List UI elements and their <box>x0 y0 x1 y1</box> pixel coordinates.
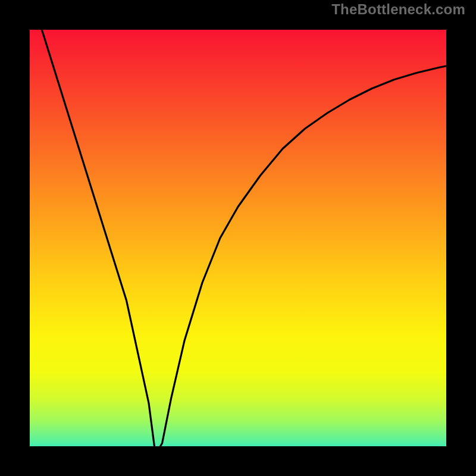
chart-container: TheBottleneck.com <box>0 0 476 476</box>
bottleneck-chart <box>0 0 476 476</box>
watermark-label: TheBottleneck.com <box>331 1 465 18</box>
plot-area <box>15 15 461 461</box>
gradient-background <box>15 15 461 461</box>
